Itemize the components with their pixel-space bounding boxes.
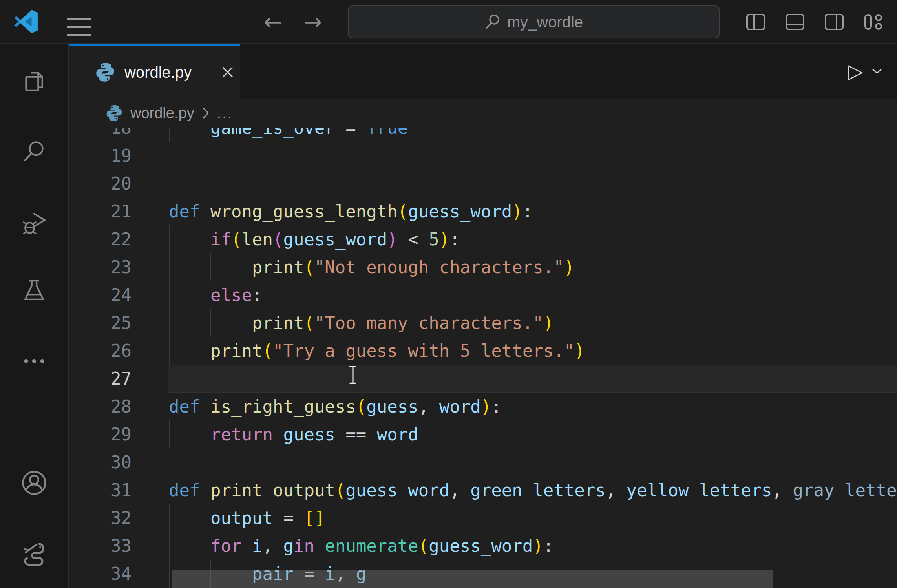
token-op: : [252, 285, 263, 305]
line-number[interactable]: 26 [69, 337, 132, 365]
token-fn: len [241, 229, 272, 249]
code-line-content[interactable]: def wrong_guess_length(guess_word): [169, 197, 897, 225]
line-number[interactable]: 23 [69, 253, 132, 281]
nav-back-button[interactable]: ← [259, 3, 287, 41]
token-var: yellow_letters [627, 480, 772, 500]
token-var: green_letters [470, 480, 605, 500]
code-line-content[interactable]: if(len(guess_word) < 5): [169, 225, 897, 253]
line-number[interactable]: 29 [69, 420, 132, 448]
token-var: guess_word [408, 201, 512, 221]
testing-flask-icon[interactable] [20, 277, 48, 304]
close-icon[interactable] [219, 64, 236, 81]
line-number[interactable]: 19 [69, 142, 132, 170]
toggle-panel-right-icon[interactable] [822, 9, 847, 35]
token-var: guess [366, 396, 418, 416]
code-line-content[interactable]: else: [169, 281, 897, 309]
line-number[interactable]: 25 [69, 309, 132, 337]
line-number[interactable]: 34 [69, 560, 132, 588]
line-number[interactable]: 27 [69, 365, 132, 393]
token-b1: ) [564, 257, 575, 277]
code-line[interactable]: 20 [69, 170, 897, 197]
token-kw: def [169, 396, 210, 416]
mouse-cursor-ibeam [348, 365, 358, 385]
code-line[interactable]: 19 [69, 142, 897, 170]
run-play-icon[interactable]: ▷ [848, 61, 863, 81]
horizontal-scrollbar-thumb[interactable] [172, 570, 773, 588]
search-icon[interactable] [20, 138, 48, 165]
code-line-content[interactable]: return guess == word [169, 420, 897, 448]
token-var: guess_word [283, 229, 387, 249]
line-number[interactable]: 24 [69, 281, 132, 309]
line-number[interactable]: 31 [69, 476, 132, 504]
run-debug-icon[interactable] [20, 209, 48, 237]
code-line-content[interactable]: print("Try a guess with 5 letters.") [169, 337, 897, 365]
account-icon[interactable] [20, 469, 48, 497]
line-number[interactable]: 32 [69, 504, 132, 532]
line-number[interactable]: 33 [69, 532, 132, 560]
code-line-content[interactable]: def is_right_guess(guess, word): [169, 393, 897, 420]
token-b1: ) [533, 536, 543, 556]
code-line-content[interactable]: def print_output(guess_word, green_lette… [169, 476, 897, 504]
code-line-content[interactable]: print("Too many characters.") [169, 309, 897, 337]
code-line[interactable]: 28def is_right_guess(guess, word): [69, 393, 897, 420]
token-str: "Too many characters." [314, 313, 543, 333]
token-op: : [522, 201, 533, 221]
token-str: "Try a guess with 5 letters." [273, 341, 574, 361]
search-command-center[interactable]: my_wordle [348, 5, 720, 38]
token-b1: ( [304, 313, 314, 333]
code-line[interactable]: 27 [69, 365, 897, 393]
token-num: 5 [429, 229, 439, 249]
token-var: word [377, 424, 418, 444]
code-line[interactable]: 31def print_output(guess_word, green_let… [69, 476, 897, 504]
token-fn: print [252, 313, 304, 333]
breadcrumb-file[interactable]: wordle.py [130, 105, 194, 122]
activity-bar [0, 44, 69, 588]
token-b2: ( [273, 229, 283, 249]
token-b1: ) [481, 396, 491, 416]
nav-forward-button[interactable]: → [299, 3, 327, 41]
indent-guide [169, 504, 170, 532]
token-var: word [439, 396, 481, 416]
code-line[interactable]: 23 print("Not enough characters.") [69, 253, 897, 281]
code-line[interactable]: 30 [69, 448, 897, 476]
explorer-files-icon[interactable] [20, 68, 48, 95]
code-line[interactable]: 26 print("Try a guess with 5 letters.") [69, 337, 897, 365]
code-line[interactable]: 22 if(len(guess_word) < 5): [69, 225, 897, 253]
code-line[interactable]: 29 return guess == word [69, 420, 897, 448]
toggle-panel-left-icon[interactable] [743, 9, 768, 35]
chevron-down-icon[interactable] [871, 67, 883, 75]
token-b1: ) [439, 229, 450, 249]
token-ind [169, 229, 210, 249]
line-number[interactable]: 30 [69, 448, 132, 476]
token-b1: ( [304, 257, 314, 277]
customize-layout-icon[interactable] [861, 9, 886, 35]
token-op: , [449, 480, 470, 500]
python-snake-icon[interactable] [20, 540, 48, 567]
vscode-window: ← → my_wordle [0, 0, 897, 588]
editor-group: wordle.py ▷ [69, 44, 897, 588]
more-ellipsis-icon[interactable] [20, 347, 48, 375]
code-line[interactable]: 32 output = [] [69, 504, 897, 532]
code-line-content[interactable]: print("Not enough characters.") [169, 253, 897, 281]
code-line[interactable]: 33 for i, gin enumerate(guess_word): [69, 532, 897, 560]
token-ctrl: for [210, 536, 252, 556]
line-number[interactable]: 20 [69, 170, 132, 197]
code-line-content[interactable]: for i, gin enumerate(guess_word): [169, 532, 897, 560]
token-ind [169, 536, 210, 556]
token-op: , [418, 396, 439, 416]
token-ctrl: in [294, 536, 325, 556]
line-number[interactable]: 28 [69, 393, 132, 420]
code-line[interactable]: 24 else: [69, 281, 897, 309]
menu-hamburger-icon[interactable] [67, 18, 91, 37]
code-line[interactable]: 25 print("Too many characters.") [69, 309, 897, 337]
token-op: : [491, 396, 502, 416]
line-number[interactable]: 21 [69, 197, 132, 225]
python-icon [105, 104, 123, 122]
token-b1: ) [543, 313, 554, 333]
line-number[interactable]: 22 [69, 225, 132, 253]
code-line[interactable]: 21def wrong_guess_length(guess_word): [69, 197, 897, 225]
code-line-content[interactable]: output = [] [169, 504, 897, 532]
breadcrumb-ellipsis[interactable]: ... [217, 105, 233, 122]
toggle-panel-bottom-icon[interactable] [782, 9, 807, 35]
tab-wordle-py[interactable]: wordle.py [69, 44, 240, 98]
